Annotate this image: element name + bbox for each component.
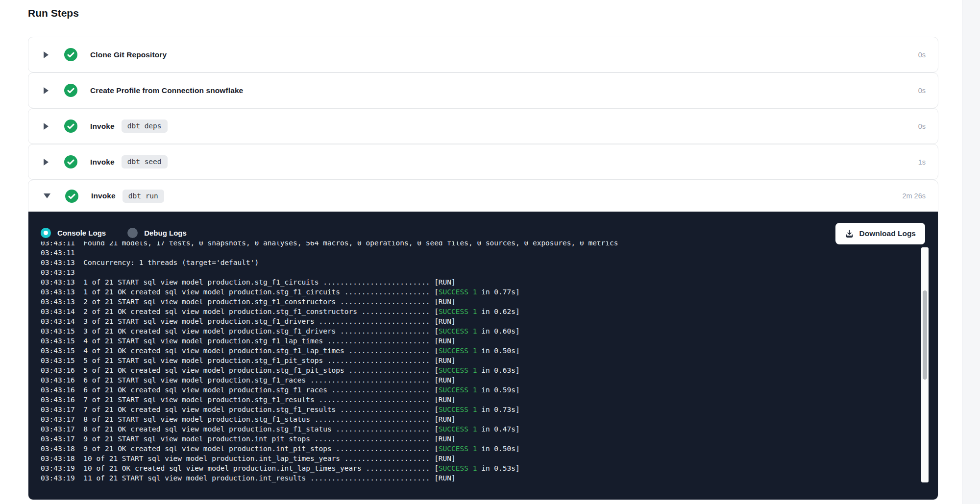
step-duration: 0s — [918, 87, 926, 95]
log-line: 03:43:11 Found 21 models, 17 tests, 0 sn… — [41, 241, 908, 248]
log-line: 03:43:17 8 of 21 START sql view model pr… — [41, 414, 908, 424]
log-line: 03:43:15 4 of 21 START sql view model pr… — [41, 336, 908, 346]
step-duration: 0s — [918, 122, 926, 130]
step-duration: 1s — [918, 158, 926, 166]
chevron-right-icon[interactable] — [44, 87, 49, 94]
log-line: 03:43:18 10 of 21 START sql view model p… — [41, 454, 908, 463]
step-duration: 2m 26s — [902, 192, 926, 200]
log-line: 03:43:16 5 of 21 OK created sql view mod… — [41, 365, 908, 375]
log-line: 03:43:11 — [41, 248, 908, 258]
run-steps-list: Clone Git Repository 0s Create Profile f… — [28, 37, 938, 500]
step-row-dbt-seed[interactable]: Invoke dbt seed 1s — [28, 144, 938, 179]
success-check-icon — [64, 48, 77, 61]
log-line: 03:43:13 2 of 21 START sql view model pr… — [41, 297, 908, 307]
log-line: 03:43:19 10 of 21 OK created sql view mo… — [41, 463, 908, 473]
download-icon — [845, 229, 854, 239]
step-card-dbt-run: Invoke dbt run 2m 26s Console Logs Debug… — [28, 180, 938, 500]
log-type-toggle: Console Logs Debug Logs — [41, 228, 187, 238]
command-badge: dbt deps — [122, 120, 168, 133]
page-right-gutter — [962, 0, 980, 504]
step-title: Invoke — [90, 158, 115, 167]
log-line: 03:43:17 8 of 21 OK created sql view mod… — [41, 424, 908, 434]
step-title: Invoke — [91, 192, 116, 200]
log-line: 03:43:13 — [41, 267, 908, 277]
success-check-icon — [64, 120, 77, 133]
log-line: 03:43:15 5 of 21 START sql view model pr… — [41, 356, 908, 365]
log-line: 03:43:17 9 of 21 START sql view model pr… — [41, 434, 908, 444]
log-line: 03:43:14 2 of 21 OK created sql view mod… — [41, 307, 908, 316]
radio-unselected-icon[interactable] — [127, 228, 138, 238]
step-title: Clone Git Repository — [90, 50, 167, 59]
log-line: 03:43:16 6 of 21 OK created sql view mod… — [41, 385, 908, 395]
debug-logs-label: Debug Logs — [144, 229, 187, 237]
console-logs-label: Console Logs — [57, 229, 106, 237]
step-row-create-profile[interactable]: Create Profile from Connection snowflake… — [28, 73, 938, 108]
step-title: Invoke — [90, 122, 115, 131]
log-line: 03:43:14 3 of 21 START sql view model pr… — [41, 316, 908, 326]
step-row-clone-git[interactable]: Clone Git Repository 0s — [28, 37, 938, 72]
step-title: Create Profile from Connection snowflake — [90, 86, 243, 95]
log-line: 03:43:13 1 of 21 START sql view model pr… — [41, 277, 908, 287]
download-logs-label: Download Logs — [859, 229, 916, 238]
chevron-down-icon[interactable] — [44, 193, 50, 198]
console-logs-tab[interactable]: Console Logs — [41, 228, 106, 238]
log-line: 03:43:16 6 of 21 START sql view model pr… — [41, 375, 908, 385]
log-line: 03:43:17 7 of 21 OK created sql view mod… — [41, 405, 908, 414]
log-line: 03:43:18 9 of 21 OK created sql view mod… — [41, 444, 908, 454]
radio-selected-icon[interactable] — [41, 228, 51, 238]
log-line: 03:43:13 1 of 21 OK created sql view mod… — [41, 287, 908, 297]
log-line: 03:43:19 11 of 21 START sql view model p… — [41, 473, 908, 483]
success-check-icon — [65, 190, 78, 203]
log-lines: 03:43:11 Found 21 models, 17 tests, 0 sn… — [41, 241, 908, 483]
log-line: 03:43:15 3 of 21 OK created sql view mod… — [41, 326, 908, 336]
step-row-dbt-run[interactable]: Invoke dbt run 2m 26s — [28, 180, 938, 212]
chevron-right-icon[interactable] — [44, 51, 49, 58]
success-check-icon — [64, 84, 77, 97]
run-steps-section: Run Steps Clone Git Repository 0s Create… — [28, 0, 938, 500]
console-scrollbar[interactable] — [921, 247, 929, 482]
debug-logs-tab[interactable]: Debug Logs — [127, 228, 187, 238]
chevron-right-icon[interactable] — [44, 159, 49, 166]
step-card-create-profile: Create Profile from Connection snowflake… — [28, 72, 938, 108]
log-line: 03:43:16 7 of 21 START sql view model pr… — [41, 395, 908, 405]
step-duration: 0s — [918, 51, 926, 59]
step-card-dbt-deps: Invoke dbt deps 0s — [28, 108, 938, 144]
log-line: 03:43:13 Concurrency: 1 threads (target=… — [41, 258, 908, 267]
console-log-output[interactable]: 03:43:11 Found 21 models, 17 tests, 0 sn… — [41, 241, 908, 486]
success-check-icon — [64, 155, 77, 168]
command-badge: dbt seed — [122, 155, 168, 168]
chevron-right-icon[interactable] — [44, 123, 49, 130]
page-title: Run Steps — [28, 7, 938, 20]
command-badge: dbt run — [122, 190, 164, 203]
step-card-clone-git: Clone Git Repository 0s — [28, 37, 938, 72]
console-panel: Console Logs Debug Logs — [28, 212, 938, 500]
step-card-dbt-seed: Invoke dbt seed 1s — [28, 144, 938, 180]
step-row-dbt-deps[interactable]: Invoke dbt deps 0s — [28, 109, 938, 144]
console-scrollbar-thumb[interactable] — [923, 290, 927, 380]
log-line: 03:43:15 4 of 21 OK created sql view mod… — [41, 346, 908, 356]
